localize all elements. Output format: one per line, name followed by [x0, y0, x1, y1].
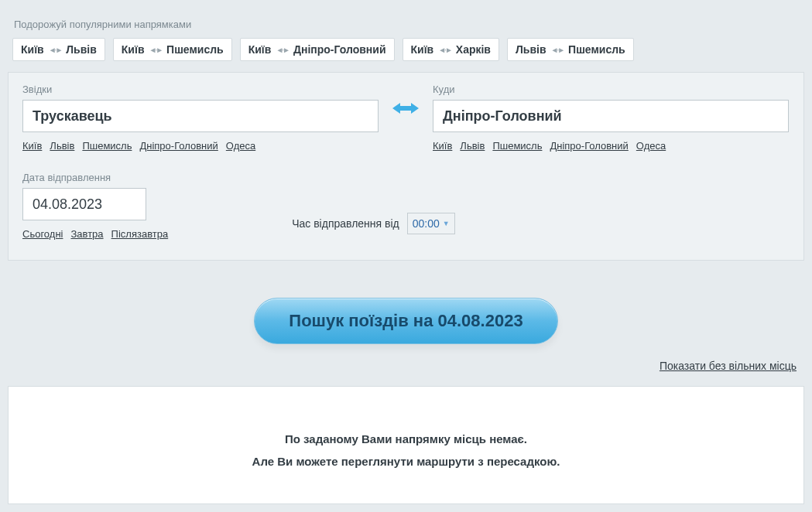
quick-link[interactable]: Пшемисль	[82, 140, 132, 152]
from-label: Звідки	[22, 84, 379, 95]
search-button[interactable]: Пошук поїздів на 04.08.2023	[254, 298, 557, 344]
swap-arrow-icon: ◄·►	[551, 46, 564, 54]
quick-link[interactable]: Львів	[50, 140, 74, 152]
quick-link[interactable]: Київ	[22, 140, 42, 152]
quick-link[interactable]: Одеса	[226, 140, 255, 152]
date-link-tomorrow[interactable]: Завтра	[70, 228, 103, 240]
date-label: Дата відправлення	[22, 172, 168, 183]
swap-arrow-icon: ◄·►	[276, 46, 289, 54]
date-quick-links: Сьогодні Завтра Післязавтра	[22, 228, 168, 240]
from-quick-links: Київ Львів Пшемисль Дніпро-Головний Одес…	[22, 140, 379, 152]
date-input[interactable]	[22, 188, 146, 220]
popular-route-chip[interactable]: Київ ◄·► Харків	[403, 38, 499, 61]
result-line-1: По заданому Вами напрямку місць немає.	[24, 428, 788, 451]
chip-from: Київ	[411, 43, 434, 56]
search-panel: Звідки Київ Львів Пшемисль Дніпро-Головн…	[8, 72, 804, 261]
quick-link[interactable]: Одеса	[636, 140, 666, 152]
swap-arrow-icon: ◄·►	[49, 46, 62, 54]
swap-arrow-icon: ◄·►	[438, 46, 451, 54]
quick-link[interactable]: Пшемисль	[492, 140, 542, 152]
chip-to: Пшемисль	[166, 43, 224, 56]
popular-route-chip[interactable]: Київ ◄·► Львів	[12, 38, 105, 61]
date-link-day-after[interactable]: Післязавтра	[111, 228, 169, 240]
chip-to: Львів	[66, 43, 97, 56]
chip-to: Харків	[456, 43, 491, 56]
chevron-down-icon: ▼	[443, 220, 450, 227]
quick-link[interactable]: Дніпро-Головний	[139, 140, 218, 152]
result-panel: По заданому Вами напрямку місць немає. А…	[8, 386, 804, 504]
quick-link[interactable]: Дніпро-Головний	[550, 140, 628, 152]
quick-link[interactable]: Київ	[433, 140, 452, 152]
to-input[interactable]	[433, 100, 789, 132]
chip-to: Дніпро-Головний	[293, 43, 386, 56]
svg-marker-0	[392, 103, 419, 114]
chip-from: Київ	[122, 43, 145, 56]
chip-to: Пшемисль	[568, 43, 625, 56]
time-value: 00:00	[413, 217, 440, 230]
swap-arrow-icon: ◄·►	[149, 46, 163, 54]
to-label: Куди	[433, 84, 789, 95]
chip-from: Львів	[516, 43, 546, 56]
show-without-free-link[interactable]: Показати без вільних місць	[660, 360, 797, 372]
quick-link[interactable]: Львів	[460, 140, 485, 152]
popular-route-chip[interactable]: Львів ◄·► Пшемисль	[507, 38, 634, 61]
time-select[interactable]: 00:00 ▼	[407, 213, 455, 234]
swap-icon[interactable]	[392, 101, 419, 118]
chip-from: Київ	[21, 43, 44, 56]
to-quick-links: Київ Львів Пшемисль Дніпро-Головний Одес…	[433, 140, 789, 152]
chip-from: Київ	[248, 43, 272, 56]
time-label: Час відправлення від	[292, 217, 399, 230]
from-input[interactable]	[22, 100, 379, 132]
popular-route-chip[interactable]: Київ ◄·► Дніпро-Головний	[240, 38, 395, 61]
date-link-today[interactable]: Сьогодні	[22, 228, 63, 240]
popular-routes-row: Київ ◄·► Львів Київ ◄·► Пшемисль Київ ◄·…	[8, 38, 804, 72]
result-line-2: Але Ви можете переглянути маршрути з пер…	[24, 451, 788, 473]
popular-route-chip[interactable]: Київ ◄·► Пшемисль	[113, 38, 232, 61]
popular-heading: Подорожуй популярними напрямками	[8, 0, 804, 38]
